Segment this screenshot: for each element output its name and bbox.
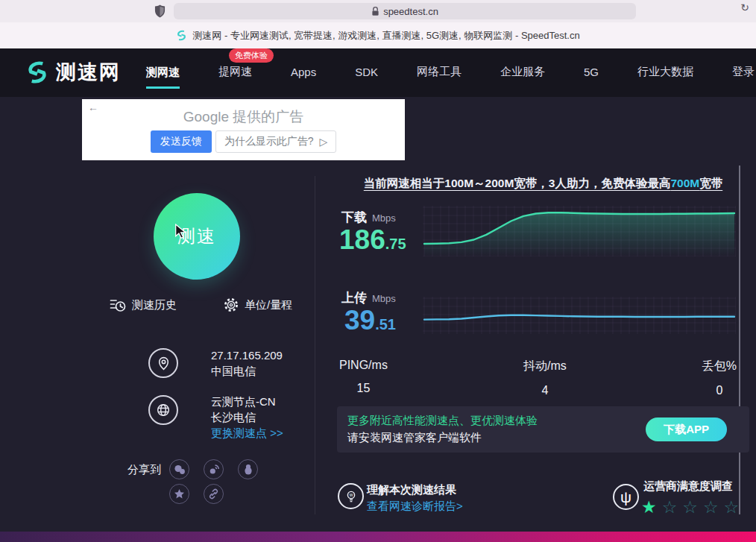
google-ad: ← Google 提供的广告 发送反馈 为什么显示此广告? ▷: [82, 99, 405, 160]
lock-icon: [371, 7, 379, 16]
survey-star-1[interactable]: ★: [641, 497, 657, 517]
nav-item-4[interactable]: 网络工具: [417, 65, 462, 81]
reload-icon[interactable]: ↻: [740, 1, 749, 13]
stat-cell-1: 抖动/ms4: [523, 359, 567, 397]
url-text: speedtest.cn: [383, 6, 438, 17]
free-trial-badge: 免费体验: [229, 48, 274, 63]
tab-title-bar[interactable]: 测速网 - 专业网速测试, 宽带提速, 游戏测速, 直播测速, 5G测速, 物联…: [0, 22, 756, 48]
column-divider: [315, 176, 315, 514]
diagnosis-report-link[interactable]: 查看网速诊断报告>: [367, 500, 463, 514]
download-app-button[interactable]: 下载APP: [646, 417, 727, 441]
nav-item-0[interactable]: 测网速: [146, 66, 180, 89]
result-bulb-badge: w: [338, 483, 364, 509]
browser-toolbar: speedtest.cn ↻: [0, 0, 756, 22]
stat-cell-2: 丢包%0: [702, 359, 737, 397]
privacy-shield-icon[interactable]: [154, 4, 166, 18]
scrollbar[interactable]: [739, 166, 740, 514]
telecom-logo-icon: ψ: [620, 488, 631, 506]
download-value-dec: .75: [385, 236, 406, 253]
download-label: 下载: [341, 209, 367, 226]
qq-penguin-icon: [243, 464, 253, 475]
logo-bolt-icon: [25, 60, 49, 84]
wechat-icon: [174, 464, 186, 475]
change-node-link[interactable]: 更换测速点 >>: [211, 425, 283, 441]
main-nav: 测网速提网速免费体验AppsSDK网络工具企业服务5G行业大数据登录: [146, 48, 755, 97]
stat-value: 15: [357, 382, 371, 395]
survey-star-4[interactable]: ☆: [703, 497, 719, 517]
share-weibo-button[interactable]: [204, 459, 224, 479]
logo-text: 测速网: [56, 59, 121, 86]
globe-icon: [155, 402, 171, 418]
promo-suffix: 宽带: [699, 177, 722, 189]
nav-item-1[interactable]: 提网速免费体验: [218, 65, 252, 81]
nav-item-8[interactable]: 登录: [732, 65, 755, 81]
download-value: 186 .75: [339, 224, 406, 256]
app-promo-banner: 更多附近高性能测速点、更优测速体验 请安装网速管家客户端软件 下载APP: [337, 406, 749, 453]
ad-why-label: 为什么显示此广告?: [224, 135, 314, 148]
survey-star-rating: ★☆☆☆☆: [641, 497, 739, 517]
address-bar[interactable]: speedtest.cn: [174, 3, 636, 19]
node-name: 云测节点-CN: [211, 394, 283, 409]
bottom-gradient-bar: [0, 532, 756, 542]
start-test-button[interactable]: 测速: [154, 193, 240, 280]
ad-buttons-row: 发送反馈 为什么显示此广告? ▷: [82, 130, 405, 153]
site-logo[interactable]: 测速网: [25, 59, 121, 86]
upload-value: 39 .51: [344, 305, 396, 336]
upload-label: 上传: [341, 289, 367, 306]
site-navbar: 测速网 测网速提网速免费体验AppsSDK网络工具企业服务5G行业大数据登录: [0, 48, 756, 97]
site-favicon: [176, 30, 187, 41]
weibo-icon: [208, 464, 220, 475]
isp-name: 中国电信: [211, 363, 283, 379]
survey-title: 运营商满意度调查: [643, 479, 733, 494]
survey-star-3[interactable]: ☆: [682, 497, 698, 517]
stat-value: 4: [541, 384, 548, 397]
upload-value-int: 39: [344, 305, 375, 336]
share-link-button[interactable]: [204, 484, 224, 504]
ip-info: 27.17.165.209 中国电信: [211, 347, 283, 379]
node-globe-badge: [148, 395, 178, 425]
upload-value-dec: .51: [375, 316, 396, 333]
upload-unit: Mbps: [372, 293, 396, 304]
location-pin-badge: [148, 348, 178, 378]
qzone-star-icon: [174, 488, 185, 500]
result-title: 理解本次测速结果: [367, 483, 456, 497]
gear-icon: [224, 297, 239, 312]
upload-label-row: 上传 Mbps: [341, 289, 396, 306]
history-label: 测速历史: [132, 298, 177, 312]
units-range-button[interactable]: 单位/量程: [224, 297, 292, 312]
units-range-label: 单位/量程: [245, 298, 292, 312]
share-label: 分享到: [127, 463, 161, 477]
share-qzone-button[interactable]: [169, 484, 189, 504]
download-value-int: 186: [339, 224, 385, 256]
ip-address: 27.17.165.209: [211, 347, 283, 363]
lightbulb-icon: w: [344, 489, 359, 504]
ad-info-play-icon: ▷: [320, 136, 328, 148]
ad-why-button[interactable]: 为什么显示此广告? ▷: [215, 130, 337, 153]
history-button[interactable]: 测速历史: [110, 297, 177, 312]
stat-label: 抖动/ms: [523, 359, 567, 374]
nav-item-5[interactable]: 企业服务: [500, 65, 545, 81]
stat-value: 0: [716, 384, 722, 397]
survey-star-5[interactable]: ☆: [724, 497, 740, 517]
upload-chart: [423, 297, 736, 334]
ad-provider-label: Google 提供的广告: [82, 107, 405, 127]
browser-window: speedtest.cn ↻ 测速网 - 专业网速测试, 宽带提速, 游戏测速,…: [0, 0, 756, 542]
download-unit: Mbps: [372, 212, 396, 224]
nav-item-3[interactable]: SDK: [355, 66, 378, 80]
nav-item-2[interactable]: Apps: [291, 66, 316, 80]
svg-text:w: w: [348, 492, 353, 497]
promo-banner-link[interactable]: 当前网速相当于100M～200M宽带，3人助力，免费体验最高700M宽带: [337, 176, 749, 192]
location-pin-icon: [156, 356, 171, 371]
nav-item-7[interactable]: 行业大数据: [637, 65, 693, 81]
promo-highlight: 700M: [670, 177, 699, 189]
ad-feedback-button[interactable]: 发送反馈: [151, 130, 212, 153]
share-wechat-button[interactable]: [169, 459, 189, 479]
app-promo-line1: 更多附近高性能测速点、更优测速体验: [347, 414, 538, 428]
link-icon: [208, 488, 219, 500]
mouse-cursor: [174, 224, 186, 239]
survey-star-2[interactable]: ☆: [662, 497, 678, 517]
nav-item-6[interactable]: 5G: [584, 66, 599, 80]
share-qq-button[interactable]: [238, 459, 258, 479]
node-isp: 长沙电信: [211, 409, 283, 425]
stat-cell-0: PING/ms15: [339, 359, 388, 397]
